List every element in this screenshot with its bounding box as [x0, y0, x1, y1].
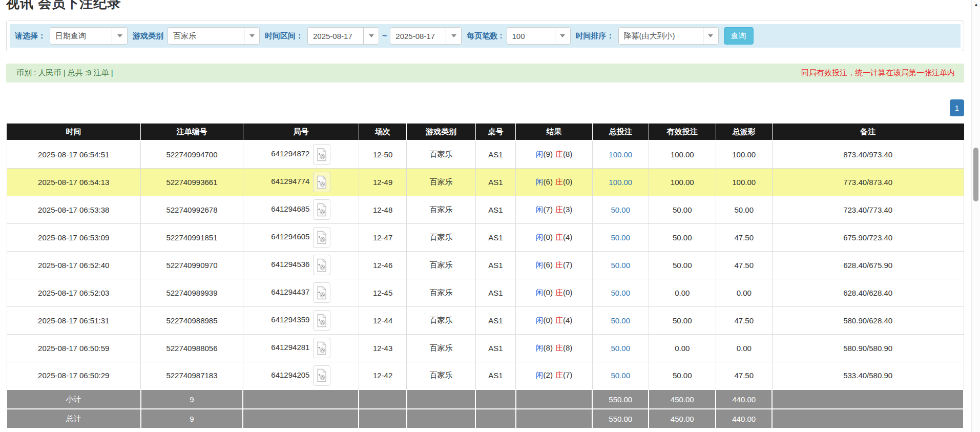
video-replay-button[interactable] [313, 199, 330, 220]
valid-bet-cell: 100.00 [649, 168, 716, 196]
video-replay-button[interactable] [313, 144, 330, 164]
date-from-select[interactable]: 2025-08-17 [307, 27, 379, 45]
total-bet-link[interactable]: 50.00 [611, 205, 631, 214]
payout-cell: 100.00 [716, 140, 772, 168]
column-header: 桌号 [475, 124, 515, 140]
table-row: 2025-08-17 06:50:59522740988056641294281… [7, 334, 964, 362]
total-bet-link[interactable]: 50.00 [611, 316, 631, 325]
column-header: 注单编号 [141, 124, 243, 140]
valid-bet-cell: 50.00 [649, 196, 716, 223]
video-file-icon [316, 258, 327, 272]
total-bet-cell: 50.00 [592, 223, 649, 251]
time-sort-select[interactable]: 降冪(由大到小) [618, 27, 719, 45]
query-type-select[interactable]: 日期查询 [50, 27, 128, 45]
video-replay-button[interactable] [313, 310, 330, 331]
video-replay-button[interactable] [313, 227, 330, 248]
session-cell: 12-49 [359, 168, 406, 196]
total-bet-link[interactable]: 50.00 [611, 289, 631, 297]
payout-cell: 0.00 [716, 334, 772, 362]
page-1-button[interactable]: 1 [950, 99, 964, 116]
round-no: 641294437 [271, 287, 309, 296]
video-replay-button[interactable] [313, 338, 330, 358]
column-header: 有效投注 [649, 124, 716, 140]
game-type-cell: 百家乐 [407, 279, 475, 306]
time-sort-value: 降冪(由大到小) [619, 28, 703, 44]
result-cell: 闲(6)庄(0) [516, 168, 592, 196]
round-no-cell: 641294685 [243, 196, 359, 223]
round-no-cell: 641294205 [243, 362, 359, 389]
time-sort-label: 时间排序： [576, 31, 614, 41]
table-body: 2025-08-17 06:54:51522740994700641294872… [7, 140, 964, 389]
table-no-cell: AS1 [475, 334, 515, 362]
total-bet-cell: 50.00 [592, 251, 649, 279]
video-replay-button[interactable] [313, 255, 330, 275]
scrollbar-thumb[interactable] [973, 148, 978, 201]
video-replay-button[interactable] [313, 365, 330, 386]
footer-empty-cell [243, 389, 359, 409]
column-header: 时间 [7, 124, 141, 140]
session-cell: 12-42 [359, 362, 406, 389]
footer-payout: 440.00 [716, 389, 772, 409]
table-no-cell: AS1 [475, 251, 515, 279]
per-page-label: 每页笔数 : [467, 31, 502, 41]
player-score: (9) [544, 150, 553, 158]
remark-cell: 628.40/675.90 [772, 251, 964, 279]
banker-result: 庄 [555, 205, 563, 214]
session-cell: 12-48 [359, 196, 406, 223]
game-type-cell: 百家乐 [407, 196, 475, 223]
video-replay-button[interactable] [313, 172, 330, 192]
video-replay-button[interactable] [313, 282, 330, 303]
summary-bar: 币别 : 人民币 | 总共 :9 注单 | 同局有效投注，统一计算在该局第一张注… [6, 64, 964, 83]
total-bet-link[interactable]: 100.00 [609, 150, 632, 159]
game-type-label: 游戏类别 [133, 31, 163, 41]
date-to-select[interactable]: 2025-08-17 [390, 27, 462, 45]
valid-bet-note: 同局有效投注，统一计算在该局第一张注单内 [801, 68, 955, 78]
footer-label: 小计 [7, 389, 141, 409]
remark-cell: 723.40/773.40 [772, 196, 964, 223]
footer-empty-cell [772, 409, 964, 428]
per-page-select[interactable]: 100 [507, 27, 571, 45]
total-bet-link[interactable]: 50.00 [611, 261, 631, 270]
round-no-cell: 641294872 [243, 140, 359, 168]
player-score: (8) [544, 343, 553, 352]
page-title: 视讯 会员下注纪录 [6, 0, 964, 10]
total-bet-link[interactable]: 50.00 [611, 371, 631, 380]
time-cell: 2025-08-17 06:50:59 [7, 334, 141, 362]
footer-count: 9 [141, 409, 243, 428]
footer-empty-cell [407, 389, 475, 409]
total-bet-link[interactable]: 50.00 [611, 344, 631, 353]
player-result: 闲 [536, 177, 544, 186]
result-cell: 闲(0)庄(4) [516, 223, 592, 251]
banker-result: 庄 [555, 316, 563, 324]
video-file-icon [316, 175, 327, 189]
bet-no-cell: 522740993661 [141, 168, 243, 196]
query-type-value: 日期查询 [50, 28, 112, 44]
game-type-select[interactable]: 百家乐 [168, 27, 260, 45]
footer-empty-cell [475, 389, 515, 409]
footer-empty-cell [407, 409, 475, 428]
bet-no-cell: 522740991851 [141, 223, 243, 251]
bet-no-cell: 522740989939 [141, 279, 243, 306]
round-no-cell: 641294359 [243, 306, 359, 334]
vertical-scrollbar[interactable]: ▲ [971, 0, 980, 432]
video-file-icon [316, 148, 327, 161]
session-cell: 12-47 [359, 223, 406, 251]
round-no: 641294872 [271, 149, 309, 158]
banker-result: 庄 [555, 150, 563, 158]
time-cell: 2025-08-17 06:54:13 [7, 168, 141, 196]
total-bet-link[interactable]: 100.00 [609, 178, 632, 187]
query-button[interactable]: 查询 [724, 27, 754, 45]
scroll-up-arrow-icon[interactable]: ▲ [972, 2, 980, 7]
game-type-cell: 百家乐 [407, 306, 475, 334]
subtotal-row: 小计9550.00450.00440.00 [7, 389, 964, 409]
payout-cell: 47.50 [716, 306, 772, 334]
banker-score: (4) [563, 316, 572, 324]
banker-score: (7) [563, 260, 572, 269]
footer-empty-cell [516, 389, 592, 409]
valid-bet-cell: 50.00 [649, 362, 716, 389]
round-no: 641294774 [271, 177, 309, 186]
total-bet-link[interactable]: 50.00 [611, 233, 631, 242]
main-content: 视讯 会员下注纪录 请选择： 日期查询 游戏类别 百家乐 时间区间： 2025-… [6, 0, 964, 429]
payout-cell: 47.50 [716, 223, 772, 251]
round-no-cell: 641294774 [243, 168, 359, 196]
